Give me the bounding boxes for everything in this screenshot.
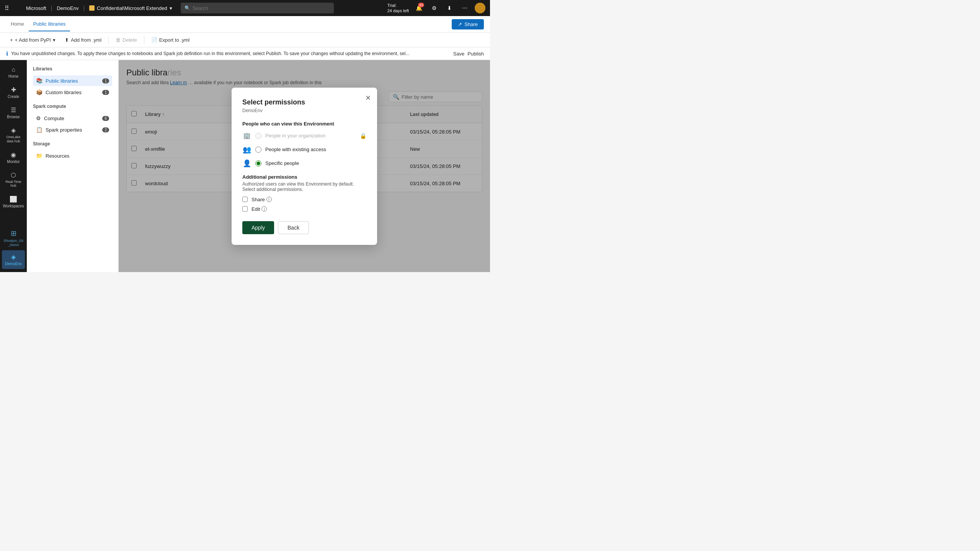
add-yml-button[interactable]: ⬆ Add from .yml [61, 35, 105, 45]
sub-navigation: Home Public libraries ↗ Share [0, 16, 490, 33]
edit-checkbox[interactable] [242, 206, 248, 212]
spark-properties-badge: 2 [102, 127, 109, 132]
additional-desc: Authorized users can view this Environme… [242, 181, 366, 192]
tab-home[interactable]: Home [6, 17, 29, 31]
storage-section-title: Storage [33, 141, 112, 147]
add-icon: + [10, 37, 13, 43]
sidebar-bottom: ⊞ Shuaijun_Git _Demo ◈ DemoEnv [2, 226, 25, 269]
share-info-icon: i [266, 197, 272, 202]
resources-icon: 📁 [36, 153, 42, 159]
edit-label: Edit i [252, 206, 267, 212]
radio-specific[interactable] [255, 160, 261, 166]
option-existing[interactable]: 👥 People with existing access [242, 145, 366, 154]
edit-permission-option[interactable]: Edit i [242, 206, 366, 212]
tab-public-libraries[interactable]: Public libraries [29, 17, 70, 31]
main-toolbar: + + Add from PyPI ▾ ⬆ Add from .yml 🗑 De… [0, 33, 490, 47]
notifications-button[interactable]: 🔔 43 [413, 3, 424, 13]
compute-icon: ⚙ [36, 115, 41, 121]
left-sidebar: ⌂ Home ✚ Create ☰ Browse ◈ OneLake data … [0, 60, 27, 272]
sidebar-item-custom-libraries[interactable]: 📦 Custom libraries 1 [33, 87, 112, 98]
export-icon: 📄 [151, 37, 157, 43]
specific-people-icon: 👤 [242, 159, 252, 168]
grid-icon[interactable]: ⠿ [5, 5, 9, 12]
search-input[interactable] [193, 5, 330, 11]
nav-right-share: ↗ Share [452, 19, 484, 29]
custom-libraries-badge: 1 [102, 90, 109, 95]
nav-right-controls: Trial: 24 days left 🔔 43 ⚙ ⬇ ⋯ [387, 3, 485, 14]
brand-name: Microsoft [26, 5, 46, 11]
add-pypi-button[interactable]: + + Add from PyPI ▾ [6, 35, 59, 45]
share-button[interactable]: ↗ Share [452, 19, 484, 29]
dialog-close-button[interactable]: ✕ [365, 94, 371, 102]
user-avatar[interactable] [475, 3, 485, 13]
sensitivity-label[interactable]: Confidential\Microsoft Extended ▾ [89, 5, 172, 11]
custom-libraries-icon: 📦 [36, 89, 42, 95]
option-org[interactable]: 🏢 People in your organization 🔒 [242, 131, 366, 140]
info-actions: Save Publish [453, 51, 484, 57]
workspace-name[interactable]: DemoEnv [57, 5, 78, 11]
option-org-label: People in your organization [265, 133, 356, 139]
dialog-actions: Apply Back [242, 221, 366, 234]
monitor-icon: ◉ [11, 151, 16, 158]
lock-icon: 🔒 [360, 133, 366, 139]
share-checkbox[interactable] [242, 197, 248, 202]
sidebar-item-demoenv[interactable]: ◈ DemoEnv [2, 250, 25, 269]
delete-icon: 🗑 [116, 37, 121, 43]
back-button[interactable]: Back [278, 221, 309, 234]
publish-button[interactable]: Publish [467, 51, 484, 57]
spark-properties-icon: 📋 [36, 127, 42, 133]
content-sidebar: Libraries 📚 Public libraries 1 📦 Custom … [27, 60, 119, 272]
add-pypi-dropdown-icon: ▾ [53, 37, 56, 43]
select-permissions-dialog: ✕ Select permissions DemoEnv People who … [232, 88, 377, 245]
export-yml-button[interactable]: 📄 Export to .yml [147, 35, 193, 45]
demoenv-icon: ◈ [11, 253, 16, 261]
libraries-section-title: Libraries [33, 66, 112, 72]
org-icon: 🏢 [242, 131, 252, 140]
save-button[interactable]: Save [453, 51, 465, 57]
top-navigation: ⠿ Microsoft | DemoEnv | Confidential\Mic… [0, 0, 490, 16]
main-content: Public libraries Search and add libra Le… [119, 60, 490, 272]
radio-org[interactable] [255, 133, 261, 139]
share-icon: ↗ [458, 21, 462, 27]
additional-permissions-section: Additional permissions Authorized users … [242, 174, 366, 212]
sidebar-item-spark-properties[interactable]: 📋 Spark properties 2 [33, 124, 112, 135]
sidebar-item-git[interactable]: ⊞ Shuaijun_Git _Demo [2, 226, 25, 250]
settings-button[interactable]: ⚙ [429, 3, 439, 13]
sidebar-item-workspaces[interactable]: ⬜ Workspaces [2, 192, 25, 211]
more-options-button[interactable]: ⋯ [459, 3, 470, 13]
additional-title: Additional permissions [242, 174, 366, 180]
radio-existing[interactable] [255, 147, 261, 153]
share-permission-option[interactable]: Share i [242, 197, 366, 202]
sidebar-item-resources[interactable]: 📁 Resources [33, 150, 112, 161]
sidebar-item-public-libraries[interactable]: 📚 Public libraries 1 [33, 75, 112, 86]
sidebar-item-monitor[interactable]: ◉ Monitor [2, 148, 25, 167]
info-banner: ℹ You have unpublished changes. To apply… [0, 47, 490, 60]
global-search[interactable]: 🔍 [181, 3, 334, 13]
search-icon: 🔍 [185, 5, 190, 11]
sidebar-item-create[interactable]: ✚ Create [2, 83, 25, 102]
git-icon: ⊞ [11, 229, 16, 238]
apply-button[interactable]: Apply [242, 221, 274, 234]
compute-badge: 6 [102, 116, 109, 121]
sidebar-item-onelake[interactable]: ◈ OneLake data hub [2, 124, 25, 147]
sidebar-item-browse[interactable]: ☰ Browse [2, 103, 25, 122]
onelake-icon: ◈ [11, 127, 16, 134]
public-libraries-badge: 1 [102, 78, 109, 83]
create-icon: ✚ [11, 86, 16, 93]
edit-info-icon: i [261, 206, 267, 212]
sidebar-item-realtime[interactable]: ⬡ Real-Time hub [2, 168, 25, 191]
spark-section-title: Spark compute [33, 104, 112, 109]
sidebar-item-home[interactable]: ⌂ Home [2, 63, 25, 82]
main-layout: ⌂ Home ✚ Create ☰ Browse ◈ OneLake data … [0, 60, 490, 272]
dialog-title: Select permissions [242, 98, 366, 106]
sidebar-item-compute[interactable]: ⚙ Compute 6 [33, 113, 112, 124]
download-button[interactable]: ⬇ [444, 3, 455, 13]
microsoft-logo [14, 4, 21, 12]
option-specific[interactable]: 👤 Specific people [242, 159, 366, 168]
delete-button[interactable]: 🗑 Delete [112, 35, 141, 45]
option-existing-label: People with existing access [265, 147, 366, 152]
notification-badge: 43 [418, 3, 424, 7]
existing-access-icon: 👥 [242, 145, 252, 154]
browse-icon: ☰ [11, 106, 16, 114]
view-section-label: People who can view this Environment [242, 121, 366, 127]
